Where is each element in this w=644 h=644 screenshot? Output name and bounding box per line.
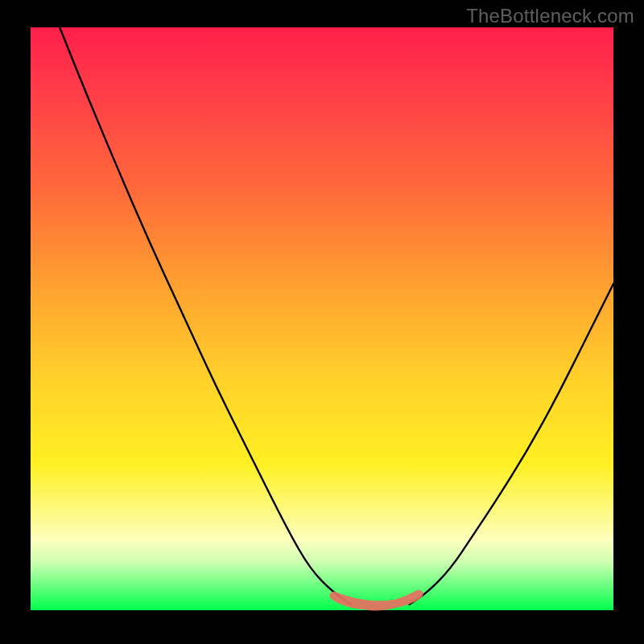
series-group — [60, 27, 613, 606]
plot-svg — [31, 27, 613, 610]
watermark-text: TheBottleneck.com — [466, 5, 634, 27]
chart-frame: TheBottleneck.com — [0, 0, 644, 644]
series-left-curve-black — [60, 27, 351, 605]
plot-area — [31, 27, 613, 610]
series-valley-red-band — [333, 594, 419, 607]
series-right-curve-black — [410, 284, 613, 605]
